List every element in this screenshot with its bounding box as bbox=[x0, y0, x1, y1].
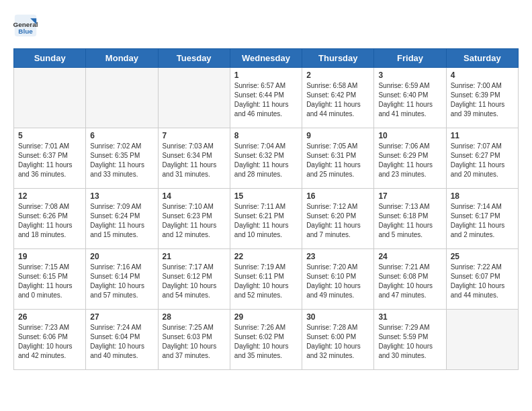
day-number: 12 bbox=[18, 191, 81, 201]
day-info: Sunrise: 7:15 AM Sunset: 6:15 PM Dayligh… bbox=[18, 263, 81, 300]
day-number: 28 bbox=[163, 312, 226, 322]
header-row: SundayMondayTuesdayWednesdayThursdayFrid… bbox=[14, 49, 519, 68]
day-number: 27 bbox=[90, 312, 153, 322]
calendar-cell: 5Sunrise: 7:01 AM Sunset: 6:37 PM Daylig… bbox=[14, 128, 86, 189]
calendar-cell: 29Sunrise: 7:26 AM Sunset: 6:02 PM Dayli… bbox=[230, 310, 302, 370]
calendar-cell: 17Sunrise: 7:13 AM Sunset: 6:18 PM Dayli… bbox=[374, 189, 446, 249]
calendar-cell: 4Sunrise: 7:00 AM Sunset: 6:39 PM Daylig… bbox=[446, 68, 518, 128]
day-info: Sunrise: 7:21 AM Sunset: 6:08 PM Dayligh… bbox=[378, 263, 441, 300]
day-number: 4 bbox=[451, 71, 514, 80]
calendar-cell: 12Sunrise: 7:08 AM Sunset: 6:26 PM Dayli… bbox=[14, 189, 86, 249]
calendar-week-5: 26Sunrise: 7:23 AM Sunset: 6:06 PM Dayli… bbox=[14, 310, 519, 370]
calendar-cell bbox=[158, 68, 230, 128]
day-info: Sunrise: 6:57 AM Sunset: 6:44 PM Dayligh… bbox=[234, 81, 298, 119]
day-info: Sunrise: 7:11 AM Sunset: 6:21 PM Dayligh… bbox=[234, 202, 298, 240]
calendar-cell: 18Sunrise: 7:14 AM Sunset: 6:17 PM Dayli… bbox=[446, 189, 518, 249]
calendar-cell: 10Sunrise: 7:06 AM Sunset: 6:29 PM Dayli… bbox=[374, 128, 446, 189]
day-number: 19 bbox=[18, 252, 81, 261]
day-info: Sunrise: 7:14 AM Sunset: 6:17 PM Dayligh… bbox=[451, 202, 514, 240]
day-number: 23 bbox=[306, 252, 369, 261]
day-number: 8 bbox=[234, 131, 298, 140]
calendar-cell: 16Sunrise: 7:12 AM Sunset: 6:20 PM Dayli… bbox=[302, 189, 374, 249]
day-number: 6 bbox=[90, 131, 153, 140]
day-info: Sunrise: 7:23 AM Sunset: 6:06 PM Dayligh… bbox=[18, 323, 81, 361]
day-info: Sunrise: 6:59 AM Sunset: 6:40 PM Dayligh… bbox=[378, 81, 441, 119]
day-number: 26 bbox=[18, 312, 81, 322]
day-info: Sunrise: 7:09 AM Sunset: 6:24 PM Dayligh… bbox=[90, 202, 153, 240]
calendar-cell: 19Sunrise: 7:15 AM Sunset: 6:15 PM Dayli… bbox=[14, 249, 86, 310]
calendar-cell: 9Sunrise: 7:05 AM Sunset: 6:31 PM Daylig… bbox=[302, 128, 374, 189]
day-info: Sunrise: 7:00 AM Sunset: 6:39 PM Dayligh… bbox=[451, 81, 514, 119]
calendar-cell: 22Sunrise: 7:19 AM Sunset: 6:11 PM Dayli… bbox=[230, 249, 302, 310]
day-info: Sunrise: 7:28 AM Sunset: 6:00 PM Dayligh… bbox=[306, 323, 369, 361]
day-info: Sunrise: 7:01 AM Sunset: 6:37 PM Dayligh… bbox=[18, 142, 81, 179]
day-number: 3 bbox=[378, 71, 441, 80]
calendar-cell: 8Sunrise: 7:04 AM Sunset: 6:32 PM Daylig… bbox=[230, 128, 302, 189]
day-info: Sunrise: 6:58 AM Sunset: 6:42 PM Dayligh… bbox=[306, 81, 369, 119]
calendar-cell: 2Sunrise: 6:58 AM Sunset: 6:42 PM Daylig… bbox=[302, 68, 374, 128]
day-number: 10 bbox=[378, 131, 441, 140]
day-number: 22 bbox=[234, 252, 298, 261]
calendar-week-3: 12Sunrise: 7:08 AM Sunset: 6:26 PM Dayli… bbox=[14, 189, 519, 249]
day-info: Sunrise: 7:05 AM Sunset: 6:31 PM Dayligh… bbox=[306, 142, 369, 179]
calendar-cell: 13Sunrise: 7:09 AM Sunset: 6:24 PM Dayli… bbox=[86, 189, 158, 249]
day-number: 31 bbox=[378, 312, 441, 322]
calendar-cell: 6Sunrise: 7:02 AM Sunset: 6:35 PM Daylig… bbox=[86, 128, 158, 189]
calendar-week-4: 19Sunrise: 7:15 AM Sunset: 6:15 PM Dayli… bbox=[14, 249, 519, 310]
header-thursday: Thursday bbox=[302, 49, 374, 68]
calendar-week-2: 5Sunrise: 7:01 AM Sunset: 6:37 PM Daylig… bbox=[14, 128, 519, 189]
day-info: Sunrise: 7:07 AM Sunset: 6:27 PM Dayligh… bbox=[451, 142, 514, 179]
day-info: Sunrise: 7:22 AM Sunset: 6:07 PM Dayligh… bbox=[451, 263, 514, 300]
calendar-cell: 28Sunrise: 7:25 AM Sunset: 6:03 PM Dayli… bbox=[158, 310, 230, 370]
calendar-cell bbox=[446, 310, 518, 370]
calendar-cell: 15Sunrise: 7:11 AM Sunset: 6:21 PM Dayli… bbox=[230, 189, 302, 249]
day-info: Sunrise: 7:03 AM Sunset: 6:34 PM Dayligh… bbox=[163, 142, 226, 179]
day-number: 11 bbox=[451, 131, 514, 140]
day-info: Sunrise: 7:24 AM Sunset: 6:04 PM Dayligh… bbox=[90, 323, 153, 361]
day-info: Sunrise: 7:29 AM Sunset: 5:59 PM Dayligh… bbox=[378, 323, 441, 361]
day-number: 14 bbox=[163, 191, 226, 201]
calendar-cell: 3Sunrise: 6:59 AM Sunset: 6:40 PM Daylig… bbox=[374, 68, 446, 128]
day-number: 7 bbox=[163, 131, 226, 140]
calendar-cell bbox=[86, 68, 158, 128]
day-number: 16 bbox=[306, 191, 369, 201]
calendar-cell: 21Sunrise: 7:17 AM Sunset: 6:12 PM Dayli… bbox=[158, 249, 230, 310]
calendar-cell: 24Sunrise: 7:21 AM Sunset: 6:08 PM Dayli… bbox=[374, 249, 446, 310]
header-sunday: Sunday bbox=[14, 49, 86, 68]
day-number: 18 bbox=[451, 191, 514, 201]
calendar-cell: 20Sunrise: 7:16 AM Sunset: 6:14 PM Dayli… bbox=[86, 249, 158, 310]
calendar-cell: 7Sunrise: 7:03 AM Sunset: 6:34 PM Daylig… bbox=[158, 128, 230, 189]
day-number: 9 bbox=[306, 131, 369, 140]
calendar-cell: 11Sunrise: 7:07 AM Sunset: 6:27 PM Dayli… bbox=[446, 128, 518, 189]
header-wednesday: Wednesday bbox=[230, 49, 302, 68]
day-number: 20 bbox=[90, 252, 153, 261]
day-info: Sunrise: 7:12 AM Sunset: 6:20 PM Dayligh… bbox=[306, 202, 369, 240]
header-monday: Monday bbox=[86, 49, 158, 68]
day-number: 15 bbox=[234, 191, 298, 201]
calendar-week-1: 1Sunrise: 6:57 AM Sunset: 6:44 PM Daylig… bbox=[14, 68, 519, 128]
day-number: 21 bbox=[163, 252, 226, 261]
day-info: Sunrise: 7:08 AM Sunset: 6:26 PM Dayligh… bbox=[18, 202, 81, 240]
day-number: 30 bbox=[306, 312, 369, 322]
day-info: Sunrise: 7:16 AM Sunset: 6:14 PM Dayligh… bbox=[90, 263, 153, 300]
page-header: General Blue bbox=[13, 13, 519, 38]
calendar-cell: 26Sunrise: 7:23 AM Sunset: 6:06 PM Dayli… bbox=[14, 310, 86, 370]
day-info: Sunrise: 7:10 AM Sunset: 6:23 PM Dayligh… bbox=[163, 202, 226, 240]
header-saturday: Saturday bbox=[446, 49, 518, 68]
header-friday: Friday bbox=[374, 49, 446, 68]
day-info: Sunrise: 7:20 AM Sunset: 6:10 PM Dayligh… bbox=[306, 263, 369, 300]
calendar-cell: 1Sunrise: 6:57 AM Sunset: 6:44 PM Daylig… bbox=[230, 68, 302, 128]
calendar-cell: 31Sunrise: 7:29 AM Sunset: 5:59 PM Dayli… bbox=[374, 310, 446, 370]
calendar-cell: 27Sunrise: 7:24 AM Sunset: 6:04 PM Dayli… bbox=[86, 310, 158, 370]
day-number: 17 bbox=[378, 191, 441, 201]
calendar-cell: 25Sunrise: 7:22 AM Sunset: 6:07 PM Dayli… bbox=[446, 249, 518, 310]
calendar-cell: 14Sunrise: 7:10 AM Sunset: 6:23 PM Dayli… bbox=[158, 189, 230, 249]
day-number: 2 bbox=[306, 71, 369, 80]
day-number: 24 bbox=[378, 252, 441, 261]
day-info: Sunrise: 7:19 AM Sunset: 6:11 PM Dayligh… bbox=[234, 263, 298, 300]
calendar-cell: 30Sunrise: 7:28 AM Sunset: 6:00 PM Dayli… bbox=[302, 310, 374, 370]
day-number: 1 bbox=[234, 71, 298, 80]
day-number: 25 bbox=[451, 252, 514, 261]
day-info: Sunrise: 7:02 AM Sunset: 6:35 PM Dayligh… bbox=[90, 142, 153, 179]
day-info: Sunrise: 7:26 AM Sunset: 6:02 PM Dayligh… bbox=[234, 323, 298, 361]
